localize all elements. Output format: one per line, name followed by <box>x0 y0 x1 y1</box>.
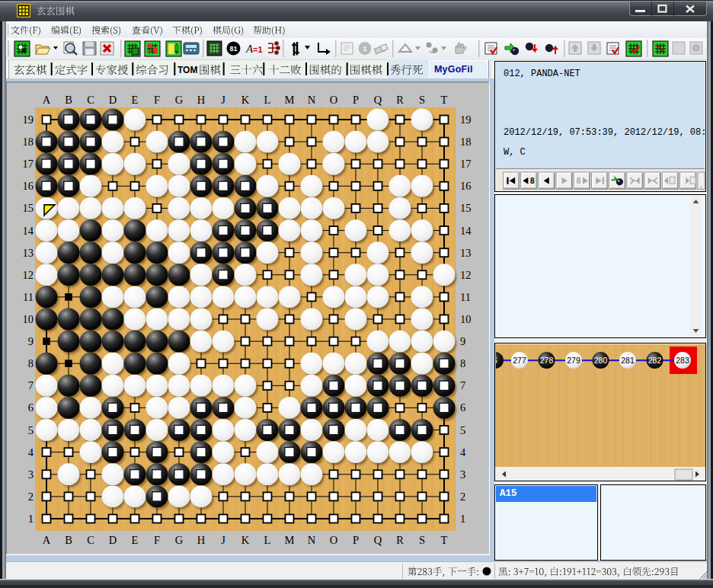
svg-text:,: , <box>700 181 702 189</box>
svg-text:283: 283 <box>676 356 689 365</box>
svg-text:280: 280 <box>594 356 608 365</box>
svg-text:279: 279 <box>567 356 580 365</box>
svg-text:281: 281 <box>621 356 635 365</box>
svg-text:8: 8 <box>530 177 535 185</box>
svg-text:277: 277 <box>513 356 526 365</box>
svg-text:282: 282 <box>648 356 662 365</box>
svg-text:8: 8 <box>577 177 581 185</box>
svg-text:278: 278 <box>540 356 554 365</box>
